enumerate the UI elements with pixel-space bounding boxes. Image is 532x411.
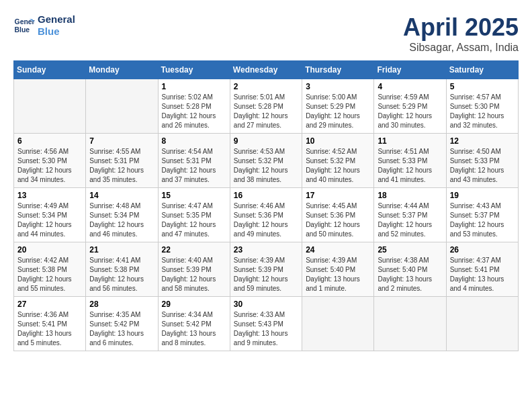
day-info: Sunrise: 4:46 AMSunset: 5:36 PMDaylight:… bbox=[234, 201, 298, 239]
day-number: 7 bbox=[89, 136, 154, 146]
calendar-cell: 14Sunrise: 4:48 AMSunset: 5:34 PMDayligh… bbox=[86, 188, 158, 242]
day-info: Sunrise: 4:50 AMSunset: 5:33 PMDaylight:… bbox=[450, 147, 515, 185]
day-number: 3 bbox=[306, 82, 370, 91]
calendar-cell: 7Sunrise: 4:55 AMSunset: 5:31 PMDaylight… bbox=[86, 134, 158, 188]
day-number: 28 bbox=[89, 300, 154, 309]
calendar-cell: 17Sunrise: 4:45 AMSunset: 5:36 PMDayligh… bbox=[302, 188, 374, 242]
header-cell-friday: Friday bbox=[374, 61, 446, 79]
calendar-table: SundayMondayTuesdayWednesdayThursdayFrid… bbox=[13, 60, 519, 351]
day-info: Sunrise: 4:44 AMSunset: 5:37 PMDaylight:… bbox=[378, 201, 442, 239]
day-info: Sunrise: 4:41 AMSunset: 5:38 PMDaylight:… bbox=[89, 256, 154, 293]
day-number: 5 bbox=[450, 82, 515, 91]
day-number: 1 bbox=[162, 82, 226, 91]
calendar-cell: 28Sunrise: 4:35 AMSunset: 5:42 PMDayligh… bbox=[86, 297, 158, 351]
logo-icon: General Blue bbox=[13, 15, 35, 36]
day-info: Sunrise: 4:35 AMSunset: 5:42 PMDaylight:… bbox=[89, 310, 154, 348]
day-info: Sunrise: 4:37 AMSunset: 5:41 PMDaylight:… bbox=[450, 256, 515, 293]
calendar-header: SundayMondayTuesdayWednesdayThursdayFrid… bbox=[14, 61, 519, 79]
day-info: Sunrise: 4:52 AMSunset: 5:32 PMDaylight:… bbox=[306, 147, 370, 185]
day-number: 23 bbox=[234, 245, 298, 255]
day-number: 10 bbox=[306, 136, 370, 146]
header-cell-monday: Monday bbox=[86, 61, 158, 79]
day-number: 17 bbox=[306, 191, 370, 200]
day-number: 2 bbox=[234, 82, 298, 91]
logo: General Blue General Blue bbox=[13, 13, 75, 38]
day-info: Sunrise: 4:36 AMSunset: 5:41 PMDaylight:… bbox=[17, 310, 82, 348]
header-cell-thursday: Thursday bbox=[302, 61, 374, 79]
day-number: 27 bbox=[17, 300, 82, 309]
calendar-cell: 10Sunrise: 4:52 AMSunset: 5:32 PMDayligh… bbox=[302, 134, 374, 188]
header-cell-sunday: Sunday bbox=[14, 61, 86, 79]
week-row-2: 6Sunrise: 4:56 AMSunset: 5:30 PMDaylight… bbox=[14, 134, 519, 188]
day-info: Sunrise: 4:42 AMSunset: 5:38 PMDaylight:… bbox=[17, 256, 82, 293]
logo-general: General bbox=[38, 13, 75, 26]
header-cell-wednesday: Wednesday bbox=[230, 61, 302, 79]
calendar-cell: 23Sunrise: 4:39 AMSunset: 5:39 PMDayligh… bbox=[230, 242, 302, 297]
day-number: 12 bbox=[450, 136, 515, 146]
calendar-cell: 30Sunrise: 4:33 AMSunset: 5:43 PMDayligh… bbox=[230, 297, 302, 351]
calendar-cell: 1Sunrise: 5:02 AMSunset: 5:28 PMDaylight… bbox=[158, 79, 230, 134]
day-info: Sunrise: 4:59 AMSunset: 5:29 PMDaylight:… bbox=[378, 93, 442, 130]
calendar-cell: 9Sunrise: 4:53 AMSunset: 5:32 PMDaylight… bbox=[230, 134, 302, 188]
calendar-cell: 11Sunrise: 4:51 AMSunset: 5:33 PMDayligh… bbox=[374, 134, 446, 188]
calendar-cell: 3Sunrise: 5:00 AMSunset: 5:29 PMDaylight… bbox=[302, 79, 374, 134]
day-info: Sunrise: 5:02 AMSunset: 5:28 PMDaylight:… bbox=[162, 93, 226, 130]
calendar-body: 1Sunrise: 5:02 AMSunset: 5:28 PMDaylight… bbox=[14, 79, 519, 351]
week-row-4: 20Sunrise: 4:42 AMSunset: 5:38 PMDayligh… bbox=[14, 242, 519, 297]
calendar-cell: 5Sunrise: 4:57 AMSunset: 5:30 PMDaylight… bbox=[446, 79, 518, 134]
page-header: General Blue General Blue April 2025 Sib… bbox=[13, 13, 519, 54]
calendar-cell bbox=[446, 297, 518, 351]
week-row-3: 13Sunrise: 4:49 AMSunset: 5:34 PMDayligh… bbox=[14, 188, 519, 242]
day-number: 13 bbox=[17, 191, 82, 200]
day-info: Sunrise: 4:39 AMSunset: 5:39 PMDaylight:… bbox=[234, 256, 298, 293]
day-number: 9 bbox=[234, 136, 298, 146]
day-number: 8 bbox=[162, 136, 226, 146]
day-number: 4 bbox=[378, 82, 442, 91]
day-info: Sunrise: 4:38 AMSunset: 5:40 PMDaylight:… bbox=[378, 256, 442, 293]
day-info: Sunrise: 4:49 AMSunset: 5:34 PMDaylight:… bbox=[17, 201, 82, 239]
day-number: 24 bbox=[306, 245, 370, 255]
day-info: Sunrise: 4:55 AMSunset: 5:31 PMDaylight:… bbox=[89, 147, 154, 185]
calendar-cell: 16Sunrise: 4:46 AMSunset: 5:36 PMDayligh… bbox=[230, 188, 302, 242]
calendar-cell: 2Sunrise: 5:01 AMSunset: 5:28 PMDaylight… bbox=[230, 79, 302, 134]
day-info: Sunrise: 4:54 AMSunset: 5:31 PMDaylight:… bbox=[162, 147, 226, 185]
calendar-cell bbox=[302, 297, 374, 351]
day-info: Sunrise: 4:47 AMSunset: 5:35 PMDaylight:… bbox=[162, 201, 226, 239]
calendar-cell: 21Sunrise: 4:41 AMSunset: 5:38 PMDayligh… bbox=[86, 242, 158, 297]
calendar-cell: 22Sunrise: 4:40 AMSunset: 5:39 PMDayligh… bbox=[158, 242, 230, 297]
calendar-cell: 13Sunrise: 4:49 AMSunset: 5:34 PMDayligh… bbox=[14, 188, 86, 242]
day-number: 15 bbox=[162, 191, 226, 200]
day-info: Sunrise: 5:00 AMSunset: 5:29 PMDaylight:… bbox=[306, 93, 370, 130]
day-info: Sunrise: 4:57 AMSunset: 5:30 PMDaylight:… bbox=[450, 93, 515, 130]
location: Sibsagar, Assam, India bbox=[403, 42, 519, 54]
header-cell-tuesday: Tuesday bbox=[158, 61, 230, 79]
calendar-cell: 26Sunrise: 4:37 AMSunset: 5:41 PMDayligh… bbox=[446, 242, 518, 297]
day-number: 26 bbox=[450, 245, 515, 255]
day-info: Sunrise: 4:43 AMSunset: 5:37 PMDaylight:… bbox=[450, 201, 515, 239]
calendar-cell: 18Sunrise: 4:44 AMSunset: 5:37 PMDayligh… bbox=[374, 188, 446, 242]
day-info: Sunrise: 4:45 AMSunset: 5:36 PMDaylight:… bbox=[306, 201, 370, 239]
day-number: 16 bbox=[234, 191, 298, 200]
day-number: 30 bbox=[234, 300, 298, 309]
header-cell-saturday: Saturday bbox=[446, 61, 518, 79]
day-info: Sunrise: 4:39 AMSunset: 5:40 PMDaylight:… bbox=[306, 256, 370, 293]
day-info: Sunrise: 4:48 AMSunset: 5:34 PMDaylight:… bbox=[89, 201, 154, 239]
week-row-1: 1Sunrise: 5:02 AMSunset: 5:28 PMDaylight… bbox=[14, 79, 519, 134]
calendar-cell: 27Sunrise: 4:36 AMSunset: 5:41 PMDayligh… bbox=[14, 297, 86, 351]
header-row: SundayMondayTuesdayWednesdayThursdayFrid… bbox=[14, 61, 519, 79]
day-info: Sunrise: 4:51 AMSunset: 5:33 PMDaylight:… bbox=[378, 147, 442, 185]
week-row-5: 27Sunrise: 4:36 AMSunset: 5:41 PMDayligh… bbox=[14, 297, 519, 351]
calendar-cell: 24Sunrise: 4:39 AMSunset: 5:40 PMDayligh… bbox=[302, 242, 374, 297]
day-info: Sunrise: 4:34 AMSunset: 5:42 PMDaylight:… bbox=[162, 310, 226, 348]
calendar-cell: 15Sunrise: 4:47 AMSunset: 5:35 PMDayligh… bbox=[158, 188, 230, 242]
calendar-cell: 12Sunrise: 4:50 AMSunset: 5:33 PMDayligh… bbox=[446, 134, 518, 188]
day-info: Sunrise: 4:53 AMSunset: 5:32 PMDaylight:… bbox=[234, 147, 298, 185]
day-number: 29 bbox=[162, 300, 226, 309]
day-info: Sunrise: 4:56 AMSunset: 5:30 PMDaylight:… bbox=[17, 147, 82, 185]
day-info: Sunrise: 4:40 AMSunset: 5:39 PMDaylight:… bbox=[162, 256, 226, 293]
day-number: 11 bbox=[378, 136, 442, 146]
calendar-cell: 8Sunrise: 4:54 AMSunset: 5:31 PMDaylight… bbox=[158, 134, 230, 188]
day-info: Sunrise: 5:01 AMSunset: 5:28 PMDaylight:… bbox=[234, 93, 298, 130]
svg-text:Blue: Blue bbox=[15, 26, 30, 34]
day-number: 19 bbox=[450, 191, 515, 200]
